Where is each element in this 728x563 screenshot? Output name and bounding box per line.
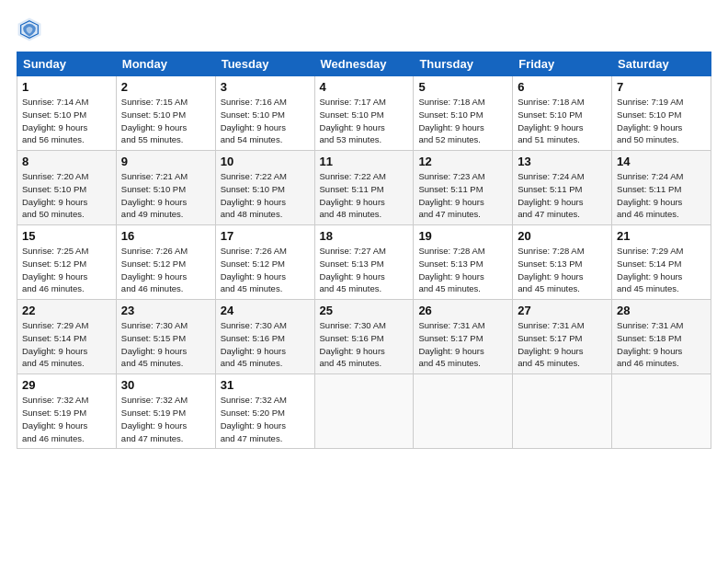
- day-number-4: 4: [320, 80, 409, 94]
- day-cell-1: 1Sunrise: 7:14 AMSunset: 5:10 PMDaylight…: [17, 76, 117, 151]
- day-info-26: Sunrise: 7:31 AMSunset: 5:17 PMDaylight:…: [418, 319, 507, 370]
- week-row-5: 29Sunrise: 7:32 AMSunset: 5:19 PMDayligh…: [17, 374, 711, 449]
- logo: [17, 17, 44, 42]
- day-cell-26: 26Sunrise: 7:31 AMSunset: 5:17 PMDayligh…: [414, 300, 513, 374]
- week-row-4: 22Sunrise: 7:29 AMSunset: 5:14 PMDayligh…: [17, 300, 711, 374]
- day-info-19: Sunrise: 7:28 AMSunset: 5:13 PMDaylight:…: [418, 245, 507, 295]
- calendar-body: 1Sunrise: 7:14 AMSunset: 5:10 PMDaylight…: [17, 76, 711, 449]
- day-cell-6: 6Sunrise: 7:18 AMSunset: 5:10 PMDaylight…: [513, 76, 612, 151]
- day-number-29: 29: [22, 378, 111, 392]
- day-number-11: 11: [320, 155, 409, 168]
- day-number-15: 15: [22, 229, 111, 243]
- day-number-22: 22: [22, 304, 111, 317]
- day-cell-28: 28Sunrise: 7:31 AMSunset: 5:18 PMDayligh…: [612, 300, 711, 374]
- day-number-19: 19: [418, 229, 507, 243]
- day-cell-18: 18Sunrise: 7:27 AMSunset: 5:13 PMDayligh…: [314, 225, 414, 300]
- header: [17, 17, 711, 42]
- day-number-7: 7: [617, 80, 706, 94]
- empty-cell: [314, 374, 414, 449]
- day-cell-2: 2Sunrise: 7:15 AMSunset: 5:10 PMDaylight…: [116, 76, 215, 151]
- day-info-15: Sunrise: 7:25 AMSunset: 5:12 PMDaylight:…: [22, 245, 111, 295]
- day-cell-19: 19Sunrise: 7:28 AMSunset: 5:13 PMDayligh…: [414, 225, 513, 300]
- day-number-1: 1: [22, 80, 111, 94]
- day-cell-23: 23Sunrise: 7:30 AMSunset: 5:15 PMDayligh…: [116, 300, 215, 374]
- day-number-6: 6: [518, 80, 607, 94]
- day-info-2: Sunrise: 7:15 AMSunset: 5:10 PMDaylight:…: [121, 96, 210, 146]
- page: SundayMondayTuesdayWednesdayThursdayFrid…: [0, 0, 728, 563]
- day-cell-30: 30Sunrise: 7:32 AMSunset: 5:19 PMDayligh…: [116, 374, 215, 449]
- day-info-22: Sunrise: 7:29 AMSunset: 5:14 PMDaylight:…: [22, 319, 111, 370]
- day-info-23: Sunrise: 7:30 AMSunset: 5:15 PMDaylight:…: [121, 319, 210, 370]
- day-cell-29: 29Sunrise: 7:32 AMSunset: 5:19 PMDayligh…: [17, 374, 117, 449]
- day-cell-20: 20Sunrise: 7:28 AMSunset: 5:13 PMDayligh…: [513, 225, 612, 300]
- day-info-13: Sunrise: 7:24 AMSunset: 5:11 PMDaylight:…: [518, 170, 607, 221]
- empty-cell: [414, 374, 513, 449]
- dow-header-saturday: Saturday: [612, 52, 711, 76]
- day-info-28: Sunrise: 7:31 AMSunset: 5:18 PMDaylight:…: [617, 319, 706, 370]
- day-info-7: Sunrise: 7:19 AMSunset: 5:10 PMDaylight:…: [617, 96, 706, 146]
- day-number-25: 25: [320, 304, 409, 317]
- day-info-16: Sunrise: 7:26 AMSunset: 5:12 PMDaylight:…: [121, 245, 210, 295]
- dow-header-friday: Friday: [513, 52, 612, 76]
- day-info-4: Sunrise: 7:17 AMSunset: 5:10 PMDaylight:…: [320, 96, 409, 146]
- day-number-27: 27: [518, 304, 607, 317]
- day-number-18: 18: [320, 229, 409, 243]
- day-number-2: 2: [121, 80, 210, 94]
- day-info-5: Sunrise: 7:18 AMSunset: 5:10 PMDaylight:…: [418, 96, 507, 146]
- day-number-28: 28: [617, 304, 706, 317]
- dow-header-thursday: Thursday: [414, 52, 513, 76]
- day-number-24: 24: [221, 304, 310, 317]
- calendar-table: SundayMondayTuesdayWednesdayThursdayFrid…: [17, 52, 711, 449]
- week-row-3: 15Sunrise: 7:25 AMSunset: 5:12 PMDayligh…: [17, 225, 711, 300]
- day-cell-3: 3Sunrise: 7:16 AMSunset: 5:10 PMDaylight…: [215, 76, 314, 151]
- day-info-24: Sunrise: 7:30 AMSunset: 5:16 PMDaylight:…: [221, 319, 310, 370]
- day-number-26: 26: [418, 304, 507, 317]
- day-number-16: 16: [121, 229, 210, 243]
- day-number-17: 17: [221, 229, 310, 243]
- day-cell-31: 31Sunrise: 7:32 AMSunset: 5:20 PMDayligh…: [215, 374, 314, 449]
- day-number-9: 9: [121, 155, 210, 168]
- day-info-18: Sunrise: 7:27 AMSunset: 5:13 PMDaylight:…: [320, 245, 409, 295]
- day-cell-15: 15Sunrise: 7:25 AMSunset: 5:12 PMDayligh…: [17, 225, 117, 300]
- day-cell-24: 24Sunrise: 7:30 AMSunset: 5:16 PMDayligh…: [215, 300, 314, 374]
- day-number-23: 23: [121, 304, 210, 317]
- day-info-27: Sunrise: 7:31 AMSunset: 5:17 PMDaylight:…: [518, 319, 607, 370]
- day-info-8: Sunrise: 7:20 AMSunset: 5:10 PMDaylight:…: [22, 170, 111, 221]
- day-cell-4: 4Sunrise: 7:17 AMSunset: 5:10 PMDaylight…: [314, 76, 414, 151]
- empty-cell: [612, 374, 711, 449]
- day-cell-27: 27Sunrise: 7:31 AMSunset: 5:17 PMDayligh…: [513, 300, 612, 374]
- day-info-10: Sunrise: 7:22 AMSunset: 5:10 PMDaylight:…: [221, 170, 310, 221]
- day-info-29: Sunrise: 7:32 AMSunset: 5:19 PMDaylight:…: [22, 394, 111, 444]
- day-cell-7: 7Sunrise: 7:19 AMSunset: 5:10 PMDaylight…: [612, 76, 711, 151]
- day-cell-17: 17Sunrise: 7:26 AMSunset: 5:12 PMDayligh…: [215, 225, 314, 300]
- day-cell-5: 5Sunrise: 7:18 AMSunset: 5:10 PMDaylight…: [414, 76, 513, 151]
- day-number-30: 30: [121, 378, 210, 392]
- day-info-12: Sunrise: 7:23 AMSunset: 5:11 PMDaylight:…: [418, 170, 507, 221]
- day-number-21: 21: [617, 229, 706, 243]
- day-info-9: Sunrise: 7:21 AMSunset: 5:10 PMDaylight:…: [121, 170, 210, 221]
- day-cell-8: 8Sunrise: 7:20 AMSunset: 5:10 PMDaylight…: [17, 151, 117, 225]
- day-cell-12: 12Sunrise: 7:23 AMSunset: 5:11 PMDayligh…: [414, 151, 513, 225]
- days-of-week-row: SundayMondayTuesdayWednesdayThursdayFrid…: [17, 52, 711, 76]
- day-number-3: 3: [221, 80, 310, 94]
- day-info-17: Sunrise: 7:26 AMSunset: 5:12 PMDaylight:…: [221, 245, 310, 295]
- day-number-20: 20: [518, 229, 607, 243]
- day-cell-25: 25Sunrise: 7:30 AMSunset: 5:16 PMDayligh…: [314, 300, 414, 374]
- day-info-6: Sunrise: 7:18 AMSunset: 5:10 PMDaylight:…: [518, 96, 607, 146]
- day-cell-16: 16Sunrise: 7:26 AMSunset: 5:12 PMDayligh…: [116, 225, 215, 300]
- generalblue-logo-icon: [17, 17, 42, 42]
- day-number-13: 13: [518, 155, 607, 168]
- day-number-14: 14: [617, 155, 706, 168]
- day-info-11: Sunrise: 7:22 AMSunset: 5:11 PMDaylight:…: [320, 170, 409, 221]
- dow-header-wednesday: Wednesday: [314, 52, 414, 76]
- day-cell-21: 21Sunrise: 7:29 AMSunset: 5:14 PMDayligh…: [612, 225, 711, 300]
- day-info-1: Sunrise: 7:14 AMSunset: 5:10 PMDaylight:…: [22, 96, 111, 146]
- day-info-30: Sunrise: 7:32 AMSunset: 5:19 PMDaylight:…: [121, 394, 210, 444]
- week-row-1: 1Sunrise: 7:14 AMSunset: 5:10 PMDaylight…: [17, 76, 711, 151]
- day-info-20: Sunrise: 7:28 AMSunset: 5:13 PMDaylight:…: [518, 245, 607, 295]
- day-number-5: 5: [418, 80, 507, 94]
- day-cell-22: 22Sunrise: 7:29 AMSunset: 5:14 PMDayligh…: [17, 300, 117, 374]
- dow-header-sunday: Sunday: [17, 52, 117, 76]
- dow-header-monday: Monday: [116, 52, 215, 76]
- day-info-25: Sunrise: 7:30 AMSunset: 5:16 PMDaylight:…: [320, 319, 409, 370]
